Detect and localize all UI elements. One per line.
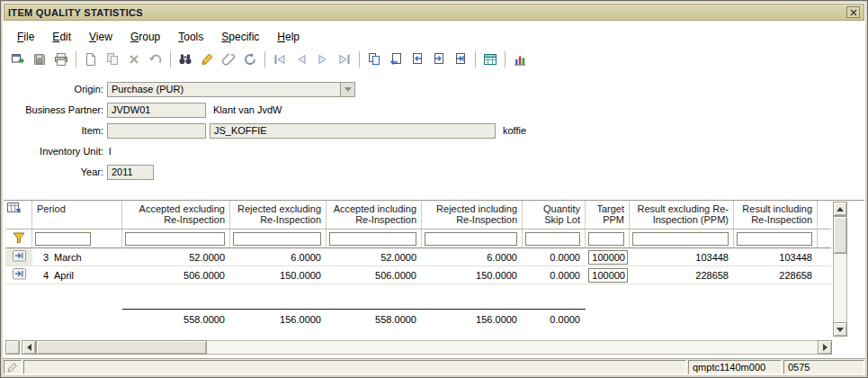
column-header-result-excluding-ppm[interactable]: Result excluding Re-Inspection (PPM): [630, 201, 734, 230]
row-select-cell[interactable]: [5, 266, 32, 284]
window-switch-icon[interactable]: [7, 50, 28, 69]
menu-group[interactable]: Group: [121, 29, 169, 45]
origin-label: Origin:: [6, 84, 103, 94]
last-record-icon[interactable]: [334, 50, 354, 69]
grid-options-icon[interactable]: [7, 202, 21, 214]
column-header-quantity-skip-lot[interactable]: Quantity Skip Lot: [523, 201, 586, 230]
horizontal-scroll-thumb[interactable]: [36, 340, 207, 355]
filter-result-including-input[interactable]: [737, 232, 812, 246]
total-rejected-including: 156.0000: [422, 309, 523, 328]
filter-period-input[interactable]: [35, 232, 91, 246]
filter-rejected-excluding-input[interactable]: [233, 232, 321, 246]
grid-vertical-scrollbar[interactable]: [833, 202, 847, 337]
column-header-accepted-including[interactable]: Accepted including Re-Inspection: [327, 201, 422, 230]
scroll-up-button[interactable]: [833, 202, 847, 216]
menu-edit[interactable]: Edit: [43, 29, 80, 45]
cell-quantity-skip-lot: 0.0000: [523, 266, 586, 284]
filter-accepted-including-input[interactable]: [329, 232, 416, 246]
scroll-down-button[interactable]: [833, 322, 847, 337]
target-ppm-input[interactable]: 100000: [588, 268, 628, 283]
filter-icon-cell[interactable]: [5, 230, 32, 248]
column-header-result-including[interactable]: Result including Re-Inspection: [734, 201, 818, 230]
column-header-rejected-excluding[interactable]: Rejected excluding Re-Inspection: [230, 201, 327, 230]
drill-down-icon[interactable]: [13, 268, 27, 280]
cell-accepted-excluding: 52.0000: [122, 248, 230, 266]
toolbar-separator: [170, 51, 171, 68]
zoom-last-icon[interactable]: [450, 50, 470, 69]
column-header-period[interactable]: Period: [32, 201, 122, 230]
scroll-left-button[interactable]: [22, 340, 36, 355]
item-segment2-field[interactable]: JS_KOFFIE: [210, 123, 496, 139]
table-view-icon[interactable]: [479, 50, 500, 69]
vertical-scroll-track[interactable]: [833, 216, 847, 322]
delete-record-icon[interactable]: [123, 50, 144, 69]
filter-target-ppm-input[interactable]: [588, 232, 624, 246]
cell-rejected-excluding: 6.0000: [230, 248, 327, 266]
column-header-rejected-including[interactable]: Rejected including Re-Inspection: [422, 201, 523, 230]
next-record-icon[interactable]: [312, 50, 333, 69]
window-title: ITEM QUALITY STATISTICS: [8, 7, 143, 18]
menu-file[interactable]: File: [8, 29, 43, 45]
origin-dropdown-button[interactable]: [341, 82, 355, 97]
modify-icon[interactable]: [196, 50, 217, 69]
arrow-up-icon: [837, 207, 844, 212]
menu-help[interactable]: Help: [268, 29, 309, 45]
vertical-scroll-thumb[interactable]: [833, 216, 847, 254]
revert-icon[interactable]: [145, 50, 166, 69]
filter-quantity-skip-lot-input[interactable]: [525, 232, 580, 246]
menu-tools[interactable]: Tools: [169, 29, 212, 45]
scroll-right-button[interactable]: [818, 340, 832, 355]
cell-rejected-excluding: 150.0000: [230, 266, 327, 284]
year-label: Year:: [6, 166, 103, 177]
business-partner-field[interactable]: JVDW01: [107, 103, 206, 118]
cell-result-including: 228658: [734, 266, 818, 284]
item-segment1-field[interactable]: [107, 123, 206, 139]
first-record-icon[interactable]: [269, 50, 290, 69]
grid-totals-row: 558.0000 156.0000 558.0000 156.0000 0.00…: [5, 309, 831, 328]
toolbar: [7, 48, 531, 71]
grid-options-cell[interactable]: [5, 201, 32, 230]
row-select-cell[interactable]: [5, 248, 32, 266]
grid-row-march[interactable]: 3March 52.0000 6.0000 52.0000 6.0000 0.0…: [5, 248, 831, 266]
cell-accepted-including: 506.0000: [327, 266, 422, 284]
copy-rows-icon[interactable]: [363, 50, 384, 69]
find-icon[interactable]: [174, 50, 195, 69]
refresh-icon[interactable]: [239, 50, 260, 69]
menu-view[interactable]: View: [80, 29, 121, 45]
save-icon[interactable]: [29, 50, 49, 69]
cell-target-ppm: 100000: [586, 266, 630, 284]
column-header-target-ppm[interactable]: Target PPM: [586, 201, 630, 230]
grid-row-april[interactable]: 4April 506.0000 150.0000 506.0000 150.00…: [5, 266, 831, 284]
column-header-accepted-excluding[interactable]: Accepted excluding Re-Inspection: [122, 201, 230, 230]
cell-target-ppm: 100000: [586, 248, 630, 266]
filter-accepted-excluding-input[interactable]: [125, 232, 225, 246]
filter-funnel-icon[interactable]: [13, 232, 25, 244]
total-quantity-skip-lot: 0.0000: [523, 309, 586, 328]
print-icon[interactable]: [50, 50, 71, 69]
zoom-next-icon[interactable]: [428, 50, 449, 69]
year-field[interactable]: 2011: [107, 165, 154, 180]
copy-icon[interactable]: [102, 50, 122, 69]
drill-down-icon[interactable]: [13, 250, 27, 262]
target-ppm-input[interactable]: 100000: [588, 250, 628, 265]
horizontal-scroll-track[interactable]: [36, 340, 818, 355]
zoom-previous-icon[interactable]: [407, 50, 427, 69]
total-accepted-including: 558.0000: [327, 309, 422, 328]
filter-rejected-including-input[interactable]: [425, 232, 517, 246]
origin-field[interactable]: Purchase (PUR): [107, 82, 341, 97]
close-button[interactable]: [846, 6, 860, 18]
status-message-area: [23, 360, 686, 374]
grid-horizontal-scrollbar[interactable]: [5, 340, 832, 355]
arrow-down-icon: [837, 328, 844, 332]
filter-result-excluding-input[interactable]: [632, 232, 729, 246]
menu-specific[interactable]: Specific: [212, 29, 268, 45]
grid-corner-button[interactable]: [5, 340, 20, 355]
chart-icon[interactable]: [509, 50, 530, 69]
attachment-icon[interactable]: [218, 50, 238, 69]
previous-record-icon[interactable]: [291, 50, 311, 69]
grid-empty-space: [5, 284, 831, 309]
status-bar: qmptc1140m000 0575: [3, 358, 865, 375]
mark-rows-icon[interactable]: [385, 50, 406, 69]
grid-header-row: Period Accepted excluding Re-Inspection …: [5, 201, 831, 230]
new-record-icon[interactable]: [80, 50, 101, 69]
